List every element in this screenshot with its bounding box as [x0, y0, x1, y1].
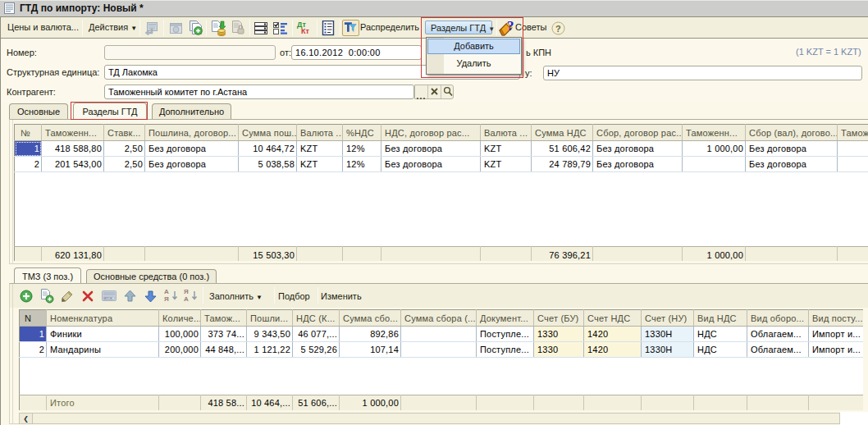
- svg-text:?: ?: [555, 24, 561, 34]
- svg-text:ВТОК: ВТОК: [104, 296, 113, 300]
